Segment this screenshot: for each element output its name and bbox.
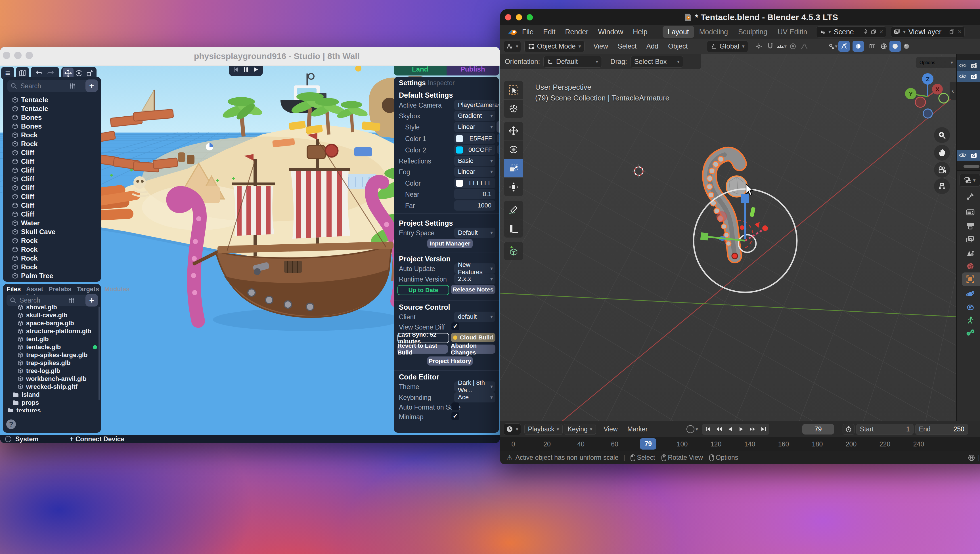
studio-titlebar[interactable]: physicsplayground916 - Studio | 8th Wall	[0, 47, 500, 66]
hierarchy-item[interactable]: Water	[3, 218, 101, 227]
blender-titlebar[interactable]: * Tentacle.blend - Blender 4.5.3 LTS	[500, 10, 980, 25]
scene-selector[interactable]: ▾ Scene ×	[816, 26, 886, 37]
bone-tab[interactable]	[965, 328, 976, 338]
workspace-tab-uv-editing[interactable]: UV Editin	[773, 26, 812, 38]
output-tab[interactable]	[965, 221, 976, 231]
hierarchy-item[interactable]: Rock	[3, 131, 101, 139]
copy-icon[interactable]	[949, 29, 955, 35]
theme-select[interactable]: Dark | 8th Wa...▾	[454, 381, 496, 392]
timeline-editor-type-button[interactable]: ▾	[504, 423, 521, 435]
menu-help[interactable]: Help	[628, 28, 652, 36]
toggle-ortho-button[interactable]	[934, 178, 950, 194]
shading-solid-button[interactable]	[889, 41, 901, 52]
auto-keying-toggle[interactable]	[687, 425, 695, 433]
window-close-button[interactable]	[3, 52, 10, 59]
workspace-tab-sculpting[interactable]: Sculpting	[733, 26, 773, 38]
undo-icon[interactable]	[35, 70, 43, 76]
active-camera-select[interactable]: PlayerCamera▾	[454, 100, 496, 110]
drag-select[interactable]: Select Box ▾	[631, 56, 683, 68]
hierarchy-item[interactable]: Cliff	[3, 192, 101, 201]
menu-object[interactable]: Object	[663, 42, 692, 50]
options-button[interactable]: Options▾	[916, 57, 957, 68]
style-add-button[interactable]	[497, 121, 499, 132]
proportional-editing-button[interactable]	[787, 41, 798, 52]
scale-tool[interactable]	[504, 159, 523, 177]
last-sync-badge[interactable]: Last Sync: 52 minutes	[397, 333, 449, 343]
current-frame-field[interactable]: 79	[802, 424, 834, 435]
near-field[interactable]: 0.1	[454, 189, 496, 199]
window-minimize-button[interactable]	[14, 52, 22, 59]
editor-type-button[interactable]: ▾	[504, 41, 521, 52]
folder-item[interactable]: props	[13, 399, 39, 407]
connect-device-button[interactable]: + Connect Device	[70, 435, 124, 443]
outliner-scrollbar[interactable]	[964, 165, 980, 168]
hierarchy-add-button[interactable]: +	[86, 80, 98, 92]
scale-x-handle[interactable]	[762, 225, 768, 231]
physics-tab[interactable]	[965, 289, 976, 299]
filter-icon[interactable]	[69, 297, 75, 303]
file-item[interactable]: skull-cave.glb	[18, 311, 68, 319]
navigation-gizmo[interactable]: Z Y X	[900, 71, 951, 122]
close-icon[interactable]: ×	[958, 28, 962, 36]
menu-file[interactable]: File	[517, 28, 538, 36]
pivot-point-button[interactable]	[753, 41, 765, 52]
color2-field[interactable]: 00CCFF	[454, 145, 496, 155]
shading-material-button[interactable]	[901, 41, 912, 52]
file-item[interactable]: structure-platform.glb	[18, 327, 91, 335]
file-item-synced[interactable]: tentacle.glb	[18, 343, 97, 351]
view-scene-diff-checkbox[interactable]: ✓	[451, 322, 459, 330]
keybinding-select[interactable]: Ace▾	[454, 392, 496, 403]
sidebar-collapse-button[interactable]: ‹	[950, 82, 956, 100]
hierarchy-item[interactable]: Cliff	[3, 148, 101, 157]
render-tab[interactable]	[965, 207, 976, 217]
hierarchy-item[interactable]: Cliff	[3, 157, 101, 166]
outliner-row-selected[interactable]	[957, 71, 980, 82]
file-item[interactable]: tree-log.glb	[18, 367, 60, 375]
select-box-tool[interactable]	[504, 81, 523, 99]
snap-magnet-button[interactable]	[765, 41, 776, 52]
tab-settings[interactable]: Settings	[399, 79, 426, 87]
skybox-select[interactable]: Gradient▾	[454, 111, 496, 121]
add-cube-tool[interactable]	[504, 242, 523, 260]
start-frame-field[interactable]: Start1	[856, 424, 913, 435]
color-swatch[interactable]	[456, 146, 463, 154]
jump-to-end-button[interactable]	[758, 425, 768, 434]
jump-to-start-button[interactable]	[703, 425, 713, 434]
hierarchy-item[interactable]: Rock	[3, 139, 101, 148]
hierarchy-item[interactable]: Cliff	[3, 183, 101, 192]
play-button[interactable]	[736, 425, 746, 434]
hierarchy-item[interactable]: Cliff	[3, 201, 101, 210]
window-zoom-button[interactable]	[25, 52, 33, 59]
hierarchy-item[interactable]: Rock	[3, 236, 101, 245]
camera-view-button[interactable]	[934, 162, 950, 178]
pin-icon[interactable]	[863, 29, 868, 35]
files-scrollbar[interactable]	[99, 307, 100, 400]
playhead[interactable]: 79	[640, 438, 657, 450]
next-keyframe-button[interactable]	[747, 425, 757, 434]
blender-3d-viewport[interactable]: Orientation: Default ▾ Drag: Select Box …	[500, 54, 956, 421]
hierarchy-item[interactable]: Bones	[3, 122, 101, 131]
outliner-row[interactable]	[957, 60, 980, 71]
file-item[interactable]: trap-spikes-large.glb	[18, 351, 88, 359]
cloud-build-button[interactable]: Cloud Build	[451, 333, 496, 342]
hierarchy-item[interactable]: Bones	[3, 113, 101, 122]
fog-color-field[interactable]: FFFFFF	[454, 178, 496, 188]
color2-delete-button[interactable]	[497, 145, 499, 154]
pause-button[interactable]	[243, 67, 249, 72]
reflections-select[interactable]: Basic▾	[454, 156, 496, 166]
measure-tool[interactable]	[504, 220, 523, 237]
hierarchy-item[interactable]: Rock	[3, 263, 101, 271]
folder-item[interactable]: island	[13, 391, 40, 399]
workspace-tab-layout[interactable]: Layout	[663, 26, 694, 38]
project-history-button[interactable]: Project History	[427, 357, 473, 366]
timeline-view-menu[interactable]: View	[599, 425, 622, 433]
menu-view[interactable]: View	[588, 42, 613, 50]
end-frame-field[interactable]: End250	[915, 424, 968, 435]
far-field[interactable]: 1000	[454, 201, 496, 210]
overlays-toggle[interactable]	[853, 41, 864, 52]
file-item[interactable]: trap-spikes.glb	[18, 359, 70, 367]
folder-item[interactable]: textures	[7, 407, 41, 412]
hierarchy-search[interactable]	[7, 80, 90, 92]
file-item[interactable]: tent.glb	[18, 335, 49, 343]
workspace-tab-modeling[interactable]: Modeling	[694, 26, 733, 38]
